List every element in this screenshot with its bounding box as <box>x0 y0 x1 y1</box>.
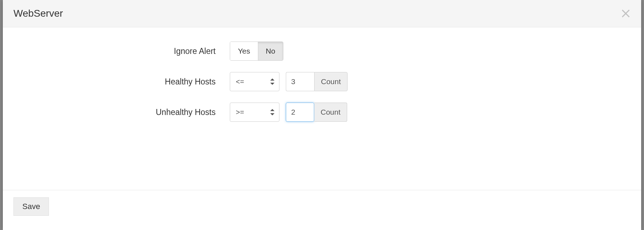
input-group-unhealthy: Count <box>286 103 347 122</box>
label-unhealthy-hosts: Unhealthy Hosts <box>13 108 230 117</box>
close-icon[interactable] <box>621 9 631 18</box>
modal-title: WebServer <box>13 8 63 19</box>
modal-footer: Save <box>3 190 641 230</box>
save-button[interactable]: Save <box>13 197 49 216</box>
toggle-ignore-alert-no[interactable]: No <box>258 42 283 60</box>
modal-body: Ignore Alert Yes No Healthy Hosts <= <box>3 27 641 190</box>
select-healthy-operator-wrap: <= <box>230 72 279 91</box>
row-healthy-hosts: Healthy Hosts <= Count <box>13 72 631 91</box>
addon-healthy-unit: Count <box>314 72 348 91</box>
label-healthy-hosts: Healthy Hosts <box>13 77 230 87</box>
select-unhealthy-operator[interactable]: >= <box>230 103 279 122</box>
input-unhealthy-value[interactable] <box>286 103 314 122</box>
addon-unhealthy-unit: Count <box>314 103 347 122</box>
label-ignore-alert: Ignore Alert <box>13 46 230 56</box>
select-unhealthy-operator-wrap: >= <box>230 103 279 122</box>
modal-header: WebServer <box>3 0 641 27</box>
webserver-modal: WebServer Ignore Alert Yes No Healthy Ho… <box>3 0 641 230</box>
row-ignore-alert: Ignore Alert Yes No <box>13 42 631 61</box>
input-healthy-value[interactable] <box>286 72 314 91</box>
select-healthy-operator[interactable]: <= <box>230 72 279 91</box>
toggle-ignore-alert: Yes No <box>230 42 283 61</box>
toggle-ignore-alert-yes[interactable]: Yes <box>230 42 258 60</box>
row-unhealthy-hosts: Unhealthy Hosts >= Count <box>13 103 631 122</box>
input-group-healthy: Count <box>286 72 348 91</box>
